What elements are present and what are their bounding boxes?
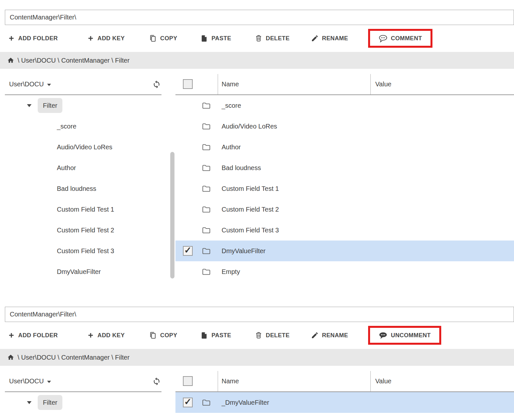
add-folder-button[interactable]: ADD FOLDER xyxy=(8,326,58,345)
row-checkbox-checked[interactable]: ✓ xyxy=(183,246,193,256)
home-icon[interactable] xyxy=(7,354,14,361)
path-input[interactable] xyxy=(5,10,514,25)
paste-icon xyxy=(200,34,208,43)
expander-caret-icon[interactable] xyxy=(27,104,32,107)
cell-name: Bad loudness xyxy=(222,157,261,178)
breadcrumb-path: \ User\DOCU \ ContentManager \ Filter xyxy=(18,354,130,361)
tree-item-label: Bad loudness xyxy=(57,185,96,192)
expander-caret-icon[interactable] xyxy=(27,401,32,404)
tree-item[interactable]: Audio/Video LoRes xyxy=(0,137,164,157)
tree-root-label: User\DOCU xyxy=(9,80,44,88)
trash-icon xyxy=(255,331,263,339)
tree-item[interactable]: DmyValueFilter xyxy=(0,261,164,282)
tree-root-selector[interactable]: User\DOCU xyxy=(9,377,51,385)
comment-button[interactable]: COMMENT xyxy=(379,34,422,43)
table-row-selected[interactable]: ✓ _DmyValueFilter xyxy=(175,392,514,413)
cell-name: Custom Field Test 2 xyxy=(222,199,279,220)
select-all-checkbox[interactable] xyxy=(183,376,193,386)
tree-item-label: Filter xyxy=(38,98,62,113)
copy-button[interactable]: COPY xyxy=(149,29,177,48)
column-divider xyxy=(218,371,218,391)
cell-name: Audio/Video LoRes xyxy=(222,116,277,137)
refresh-icon[interactable] xyxy=(152,377,161,386)
cell-name: Custom Field Test 3 xyxy=(222,220,279,241)
delete-button[interactable]: DELETE xyxy=(255,29,289,48)
breadcrumb: \ User\DOCU \ ContentManager \ Filter xyxy=(0,52,514,69)
tree-item-label: Custom Field Test 3 xyxy=(57,247,114,255)
select-all-checkbox[interactable] xyxy=(183,79,193,89)
add-key-button[interactable]: ADD KEY xyxy=(87,326,125,345)
add-key-label: ADD KEY xyxy=(97,35,125,42)
copy-icon xyxy=(149,331,157,340)
copy-label: COPY xyxy=(160,332,177,339)
refresh-icon[interactable] xyxy=(152,80,161,89)
column-header-name[interactable]: Name xyxy=(222,371,239,391)
folder-icon xyxy=(202,268,211,275)
table-row[interactable]: Custom Field Test 1 xyxy=(175,178,514,199)
tree-item[interactable]: Bad loudness xyxy=(0,178,164,199)
table-row-selected[interactable]: ✓ DmyValueFilter xyxy=(175,241,514,261)
table-row[interactable]: _score xyxy=(175,95,514,116)
folder-icon xyxy=(202,206,211,213)
tree-item[interactable]: Author xyxy=(0,157,164,178)
check-mark: ✓ xyxy=(184,398,192,406)
breadcrumb: \ User\DOCU \ ContentManager \ Filter xyxy=(0,349,514,366)
table-row[interactable]: Empty xyxy=(175,261,514,282)
chevron-down-icon xyxy=(47,381,51,383)
cell-name: _score xyxy=(222,95,241,116)
tree-item[interactable]: Custom Field Test 3 xyxy=(0,241,164,261)
folder-icon xyxy=(202,227,211,234)
table-row[interactable]: Bad loudness xyxy=(175,157,514,178)
rename-button[interactable]: RENAME xyxy=(311,326,348,345)
column-header-value[interactable]: Value xyxy=(375,74,392,94)
cell-name: Empty xyxy=(222,261,240,282)
table-header: Name Value xyxy=(175,74,514,95)
pencil-icon xyxy=(311,34,319,42)
table-row[interactable]: Audio/Video LoRes xyxy=(175,116,514,137)
tree-item[interactable]: Custom Field Test 1 xyxy=(0,199,164,220)
rename-button[interactable]: RENAME xyxy=(311,29,348,48)
folder-icon xyxy=(202,185,211,192)
table-row[interactable]: Custom Field Test 3 xyxy=(175,220,514,241)
uncomment-button[interactable]: UNCOMMENT xyxy=(379,331,431,340)
tree-item[interactable]: Custom Field Test 2 xyxy=(0,220,164,241)
copy-button[interactable]: COPY xyxy=(149,326,177,345)
delete-label: DELETE xyxy=(266,332,289,339)
column-header-name[interactable]: Name xyxy=(222,74,239,94)
uncomment-highlight-box: UNCOMMENT xyxy=(368,326,441,345)
column-header-value[interactable]: Value xyxy=(375,371,392,391)
path-input[interactable] xyxy=(5,307,514,322)
toolbar: ADD FOLDER ADD KEY COPY PASTE DELETE REN… xyxy=(0,29,514,48)
paste-button[interactable]: PASTE xyxy=(200,29,231,48)
add-folder-button[interactable]: ADD FOLDER xyxy=(8,29,58,48)
table-row[interactable]: Custom Field Test 2 xyxy=(175,199,514,220)
delete-label: DELETE xyxy=(266,35,289,42)
tree-item-label: _score xyxy=(57,123,76,130)
paste-label: PASTE xyxy=(212,332,231,339)
column-divider xyxy=(218,74,218,94)
tree-item-label: Custom Field Test 2 xyxy=(57,227,114,234)
folder-icon xyxy=(202,102,211,109)
plus-icon xyxy=(87,35,94,42)
table-row[interactable]: Author xyxy=(175,137,514,157)
pencil-icon xyxy=(311,331,319,339)
delete-button[interactable]: DELETE xyxy=(255,326,289,345)
tree-root-label: User\DOCU xyxy=(9,377,44,385)
folder-icon xyxy=(202,143,211,151)
paste-button[interactable]: PASTE xyxy=(200,326,231,345)
check-mark: ✓ xyxy=(184,246,192,255)
key-editor-panel-top: ADD FOLDER ADD KEY COPY PASTE DELETE REN… xyxy=(0,10,514,292)
home-icon[interactable] xyxy=(7,57,14,64)
add-key-button[interactable]: ADD KEY xyxy=(87,29,125,48)
tree-item-filter[interactable]: Filter xyxy=(0,392,164,413)
tree-item-filter[interactable]: Filter xyxy=(0,95,164,116)
add-folder-label: ADD FOLDER xyxy=(18,332,58,339)
row-checkbox-checked[interactable]: ✓ xyxy=(183,398,193,407)
tree-root-selector[interactable]: User\DOCU xyxy=(9,80,51,88)
folder-icon xyxy=(202,399,211,406)
scrollbar[interactable] xyxy=(170,152,174,278)
tree-item-label: Audio/Video LoRes xyxy=(57,143,112,151)
comment-icon xyxy=(379,34,388,43)
plus-icon xyxy=(8,35,15,42)
tree-item[interactable]: _score xyxy=(0,116,164,137)
